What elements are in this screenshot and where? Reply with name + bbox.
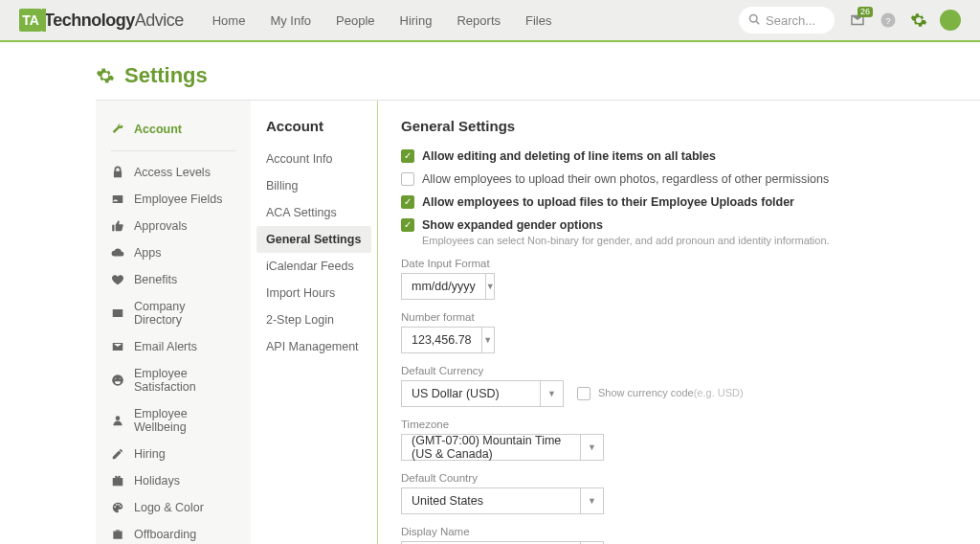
main-title: General Settings xyxy=(401,118,957,134)
inbox-icon[interactable]: 26 xyxy=(848,11,867,30)
sidebar-item-holidays[interactable]: Holidays xyxy=(96,467,251,494)
page: Settings AccountAccess LevelsEmployee Fi… xyxy=(0,42,980,544)
setting-checkbox-row-0: Allow editing and deleting of line items… xyxy=(401,149,957,163)
checkbox-label: Show expanded gender options xyxy=(422,218,830,232)
checkbox-label: Allow employees to upload their own phot… xyxy=(422,172,829,186)
sidebar-item-hiring[interactable]: Hiring xyxy=(96,441,251,467)
date-format-value: mm/dd/yyyy xyxy=(402,280,485,293)
heart-icon xyxy=(111,273,124,286)
brand-mark-icon: TA xyxy=(19,9,42,32)
sidebar-item-access-levels[interactable]: Access Levels xyxy=(96,159,251,186)
sidebar-item-email-alerts[interactable]: Email Alerts xyxy=(96,333,251,360)
number-format-value: 123,456.78 xyxy=(402,333,481,347)
subnav-item-icalendar-feeds[interactable]: iCalendar Feeds xyxy=(256,253,371,280)
subnav-item-api-management[interactable]: API Management xyxy=(256,333,371,360)
search-input[interactable]: Search... xyxy=(739,7,835,34)
field-currency: Default Currency US Dollar (USD) ▼ Show … xyxy=(401,365,957,407)
checkbox-1[interactable] xyxy=(401,172,414,186)
currency-value: US Dollar (USD) xyxy=(402,387,540,400)
checkbox-label: Allow editing and deleting of line items… xyxy=(422,149,716,163)
account-subnav: Account Account InfoBillingACA SettingsG… xyxy=(251,101,377,544)
nav-links: Home My Info People Hiring Reports Files xyxy=(212,13,552,28)
wrench-icon xyxy=(111,123,124,136)
sidebar-item-logo-color[interactable]: Logo & Color xyxy=(96,494,251,521)
number-format-label: Number format xyxy=(401,311,957,323)
display-name-label: Display Name xyxy=(401,526,957,537)
field-country: Default Country United States ▼ xyxy=(401,472,957,514)
currency-label: Default Currency xyxy=(401,365,957,376)
settings-sidebar: AccountAccess LevelsEmployee FieldsAppro… xyxy=(96,101,251,544)
nav-people[interactable]: People xyxy=(336,13,374,28)
sidebar-item-company-directory[interactable]: Company Directory xyxy=(96,293,251,333)
nav-hiring[interactable]: Hiring xyxy=(400,13,433,28)
field-display-name: Display Name [First name] [Last name] ▼ xyxy=(401,526,957,544)
checkbox-sublabel: Employees can select Non-binary for gend… xyxy=(422,235,830,246)
divider xyxy=(111,150,235,151)
page-title: Settings xyxy=(96,63,980,88)
subnav-item-import-hours[interactable]: Import Hours xyxy=(256,280,371,306)
checkbox-0[interactable] xyxy=(401,149,414,163)
checkbox-2[interactable] xyxy=(401,195,414,209)
smile-icon xyxy=(111,374,124,387)
person-icon xyxy=(111,414,124,427)
field-number-format: Number format 123,456.78 ▼ xyxy=(401,311,957,353)
nav-myinfo[interactable]: My Info xyxy=(270,13,311,28)
svg-text:?: ? xyxy=(885,15,891,26)
settings-icon[interactable] xyxy=(909,11,928,30)
inbox-badge: 26 xyxy=(858,7,873,17)
subnav-item-account-info[interactable]: Account Info xyxy=(256,146,371,172)
country-value: United States xyxy=(402,494,580,508)
sidebar-item-benefits[interactable]: Benefits xyxy=(96,266,251,293)
sidebar-item-account[interactable]: Account xyxy=(96,116,251,143)
chevron-down-icon: ▼ xyxy=(485,274,495,299)
sidebar-item-label: Employee Satisfaction xyxy=(134,367,235,394)
number-format-select[interactable]: 123,456.78 ▼ xyxy=(401,327,495,353)
sidebar-item-label: Holidays xyxy=(134,474,180,487)
sidebar-item-label: Benefits xyxy=(134,273,177,286)
help-icon[interactable]: ? xyxy=(879,11,898,30)
country-select[interactable]: United States ▼ xyxy=(401,487,604,514)
subnav-item--step-login[interactable]: 2-Step Login xyxy=(256,306,371,333)
currency-select[interactable]: US Dollar (USD) ▼ xyxy=(401,380,564,407)
nav-home[interactable]: Home xyxy=(212,13,246,28)
columns: AccountAccess LevelsEmployee FieldsAppro… xyxy=(96,100,980,544)
chevron-down-icon: ▼ xyxy=(580,435,603,460)
timezone-value: (GMT-07:00) Mountain Time (US & Canada) xyxy=(402,434,580,461)
search-placeholder: Search... xyxy=(766,13,815,28)
subnav-item-aca-settings[interactable]: ACA Settings xyxy=(256,199,371,226)
mail-icon xyxy=(111,340,124,353)
avatar[interactable] xyxy=(940,10,961,31)
sidebar-item-employee-wellbeing[interactable]: Employee Wellbeing xyxy=(96,400,251,441)
sidebar-item-offboarding[interactable]: Offboarding xyxy=(96,521,251,544)
sidebar-item-label: Email Alerts xyxy=(134,340,197,353)
chevron-down-icon: ▼ xyxy=(580,488,603,513)
checkbox-3[interactable] xyxy=(401,218,414,232)
sidebar-item-label: Logo & Color xyxy=(134,501,204,514)
date-format-select[interactable]: mm/dd/yyyy ▼ xyxy=(401,273,495,300)
nav-files[interactable]: Files xyxy=(525,13,551,28)
brand-logo[interactable]: TA TechnologyAdvice xyxy=(19,9,184,32)
top-nav: TA TechnologyAdvice Home My Info People … xyxy=(0,0,980,42)
brand-text: TechnologyAdvice xyxy=(44,11,184,31)
gift-icon xyxy=(111,474,124,487)
country-label: Default Country xyxy=(401,472,957,484)
subnav-item-billing[interactable]: Billing xyxy=(256,172,371,199)
checkbox-label: Allow employees to upload files to their… xyxy=(422,195,794,209)
field-date-format: Date Input Format mm/dd/yyyy ▼ xyxy=(401,258,957,300)
lock-icon xyxy=(111,166,124,179)
nav-reports[interactable]: Reports xyxy=(457,13,501,28)
timezone-label: Timezone xyxy=(401,419,957,430)
chevron-down-icon: ▼ xyxy=(481,328,494,352)
show-currency-code-checkbox[interactable] xyxy=(577,387,590,400)
field-timezone: Timezone (GMT-07:00) Mountain Time (US &… xyxy=(401,419,957,461)
sidebar-item-label: Apps xyxy=(134,246,162,260)
edit-icon xyxy=(111,447,124,461)
svg-point-0 xyxy=(750,14,758,22)
timezone-select[interactable]: (GMT-07:00) Mountain Time (US & Canada) … xyxy=(401,434,604,461)
sidebar-item-employee-satisfaction[interactable]: Employee Satisfaction xyxy=(96,360,251,400)
sidebar-item-employee-fields[interactable]: Employee Fields xyxy=(96,186,251,213)
subnav-item-general-settings[interactable]: General Settings xyxy=(256,226,371,253)
sidebar-item-approvals[interactable]: Approvals xyxy=(96,213,251,239)
sidebar-item-apps[interactable]: Apps xyxy=(96,239,251,266)
subnav-title: Account xyxy=(266,118,362,134)
